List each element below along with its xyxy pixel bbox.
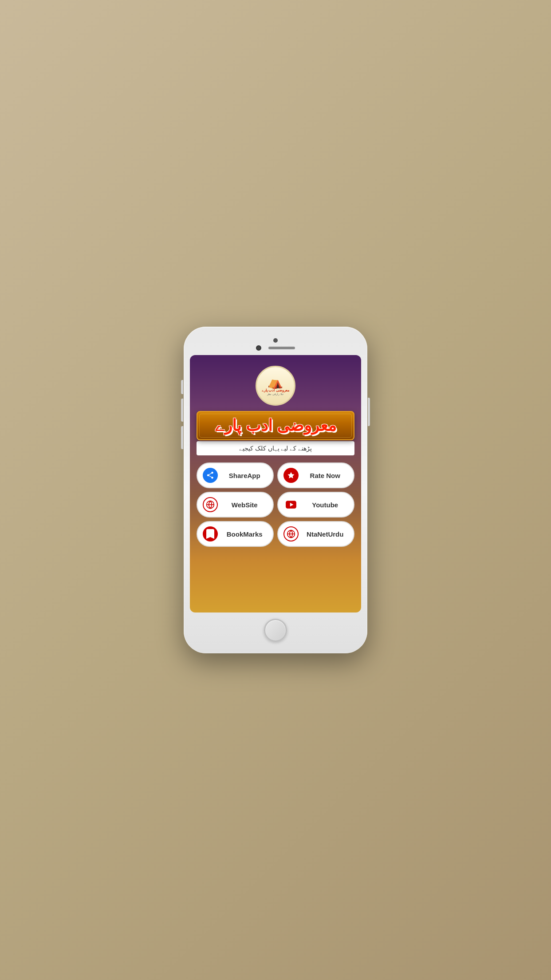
website-button[interactable]: WebSite [197,492,274,518]
phone-frame: ⛺ معروضی ادب پارے علا رازقی نظر معروضی ا… [184,327,367,653]
speaker-grille [268,347,295,349]
star-icon [283,468,299,483]
phone-top-bar [190,335,361,355]
volume-down-button [181,426,183,449]
volume-buttons [181,380,183,449]
subtitle-text: پڑھنے کے لیے یہاں کلک کیجیے [200,445,350,452]
youtube-icon [283,497,299,512]
power-button-container [368,398,370,426]
action-buttons-grid: ShareApp Rate Now [197,462,354,547]
volume-up-button [181,399,183,422]
home-button[interactable] [264,619,287,642]
globe-icon [203,497,218,512]
subtitle-bar: پڑھنے کے لیے یہاں کلک کیجیے [197,441,354,455]
app-title: معروضی ادب پارے [204,416,347,435]
front-camera [256,345,261,351]
share-icon [203,468,218,483]
youtube-label: Youtube [302,501,348,509]
rate-now-label: Rate Now [302,472,348,479]
bookmark-icon [203,526,218,541]
logo-inner: ⛺ معروضی ادب پارے علا رازقی نظر [260,374,291,397]
logo-tent-icon: ⛺ [262,376,289,388]
title-banner: معروضی ادب پارے [197,411,354,440]
app-logo: ⛺ معروضی ادب پارے علا رازقی نظر [256,366,295,406]
ntanetutdu-button[interactable]: NtaNetUrdu [277,521,354,547]
ntanetutdu-label: NtaNetUrdu [302,530,348,538]
camera-speaker-row [256,345,295,351]
phone-bottom [190,612,361,645]
share-app-button[interactable]: ShareApp [197,462,274,488]
mute-button [181,380,183,394]
share-app-label: ShareApp [221,472,268,479]
bookmarks-label: BookMarks [221,530,268,538]
bookmarks-button[interactable]: BookMarks [197,521,274,547]
logo-urdu-text: معروضی ادب پارے [262,388,289,392]
youtube-button[interactable]: Youtube [277,492,354,518]
power-button [368,398,370,426]
dot-sensor [273,338,278,343]
website-label: WebSite [221,501,268,509]
logo-small-text: علا رازقی نظر [262,392,289,395]
screen: ⛺ معروضی ادب پارے علا رازقی نظر معروضی ا… [190,355,361,612]
rate-now-button[interactable]: Rate Now [277,462,354,488]
globe2-icon [283,526,299,541]
